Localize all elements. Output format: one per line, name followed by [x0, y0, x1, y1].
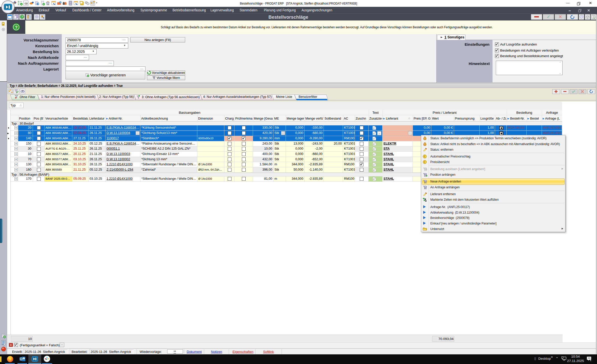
svg-text:?: ?	[60, 1, 61, 4]
svg-text:€: €	[424, 161, 425, 164]
svg-text:a: a	[373, 178, 375, 180]
svg-text:?: ?	[37, 3, 39, 5]
svg-text:a: a	[373, 169, 375, 171]
svg-text:a: a	[373, 163, 375, 166]
svg-text:?: ?	[15, 25, 17, 30]
svg-text:a: a	[373, 137, 375, 140]
svg-text:a: a	[373, 127, 375, 129]
svg-text:√x: √x	[24, 2, 28, 5]
svg-text:a: a	[373, 158, 375, 161]
svg-text:a: a	[373, 132, 375, 135]
svg-text:?: ?	[21, 16, 23, 18]
svg-text:a: a	[373, 148, 375, 150]
svg-text:a: a	[373, 143, 375, 145]
svg-text:a: a	[373, 153, 375, 156]
svg-text:€: €	[424, 155, 425, 158]
